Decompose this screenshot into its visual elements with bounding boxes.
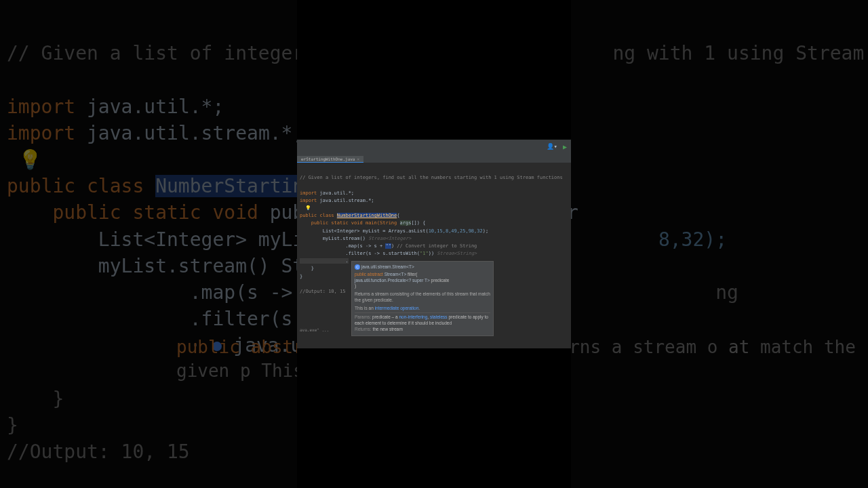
editor-tabs: erStartingWithOne.java × — [297, 153, 571, 163]
doc-link-noninterfering[interactable]: non-interfering — [399, 314, 427, 319]
class-icon: C — [355, 264, 360, 270]
doc-params: Params: predicate – a non-interfering, s… — [355, 314, 490, 327]
ide-toolbar: 👤▾ ▶ — [297, 140, 571, 153]
user-icon[interactable]: 👤▾ — [547, 143, 557, 150]
doc-header: C java.util.stream.Stream<T> — [355, 264, 490, 270]
letterbox-top — [297, 0, 571, 140]
doc-note: This is an intermediate operation. — [355, 306, 490, 312]
doc-link-intermediate[interactable]: intermediate operation — [375, 306, 419, 310]
tab-file[interactable]: erStartingWithOne.java × — [297, 156, 363, 163]
code-comment: // Given a list of integers, find out al… — [300, 175, 563, 180]
tab-label: erStartingWithOne.java — [301, 157, 355, 161]
letterbox-bottom — [297, 348, 571, 488]
run-icon[interactable]: ▶ — [563, 143, 567, 150]
intention-bulb-icon: 💡 — [18, 148, 42, 171]
doc-description: Returns a stream consisting of the eleme… — [355, 291, 490, 304]
status-text: ava.exe" ... — [300, 327, 329, 332]
cursor-line: . — [300, 258, 349, 264]
quick-doc-popup[interactable]: C java.util.stream.Stream<T> public abst… — [351, 261, 494, 336]
doc-link-stateless[interactable]: stateless — [430, 314, 448, 319]
doc-returns: Returns: the new stream — [355, 327, 490, 333]
doc-signature: public abstract Stream<T> filter( java.u… — [355, 272, 490, 289]
doc-class-path: java.util.stream.Stream<T> — [361, 264, 414, 269]
intention-bulb-icon[interactable]: 💡 — [300, 205, 311, 211]
class-name-highlighted: NumberStartingWithOne — [337, 213, 397, 218]
separator — [355, 312, 490, 313]
close-icon[interactable]: × — [357, 157, 359, 161]
